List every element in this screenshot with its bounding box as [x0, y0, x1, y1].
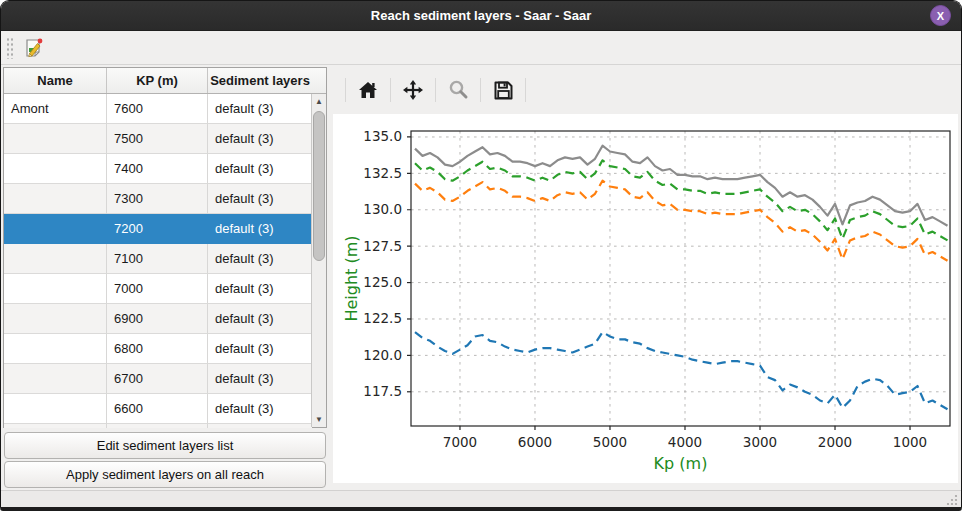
table-row[interactable]: 7000default (3)	[4, 274, 312, 304]
home-icon	[358, 80, 378, 100]
pan-move-icon	[402, 79, 424, 101]
table-body: Amont7600default (3)7500default (3)7400d…	[4, 94, 312, 428]
column-header-sediment-layers[interactable]: Sediment layers	[208, 68, 312, 93]
table-row[interactable]: 6600default (3)	[4, 394, 312, 424]
close-button[interactable]: X	[930, 5, 951, 26]
plot-save-button[interactable]	[491, 78, 515, 102]
cell-name	[4, 214, 107, 244]
plot-pan-button[interactable]	[401, 78, 425, 102]
sediment-layers-table: Name KP (m) Sediment layers Amont7600def…	[3, 67, 327, 428]
cell-name	[4, 424, 107, 428]
table-row[interactable]: 7300default (3)	[4, 184, 312, 214]
cell-name	[4, 394, 107, 424]
y-tick-label: 122.5	[363, 310, 402, 326]
cell-kp: 7500	[107, 124, 208, 154]
table-row[interactable]: 7500default (3)	[4, 124, 312, 154]
plot-home-button[interactable]	[356, 78, 380, 102]
table-row[interactable]: 7400default (3)	[4, 154, 312, 184]
x-axis-label: Kp (m)	[654, 454, 708, 473]
y-tick-label: 132.5	[363, 165, 402, 181]
table-row[interactable]: 7100default (3)	[4, 244, 312, 274]
cell-kp: 7000	[107, 274, 208, 304]
x-tick-label: 4000	[668, 434, 702, 450]
resize-grip-icon[interactable]	[945, 493, 959, 507]
x-tick-label: 1000	[893, 434, 927, 450]
cell-layers: default (3)	[208, 214, 312, 244]
cell-kp: 6500	[107, 424, 208, 428]
x-tick-label: 7000	[443, 434, 477, 450]
statusbar	[1, 490, 961, 509]
y-tick-label: 117.5	[363, 383, 402, 399]
y-tick-label: 125.0	[363, 274, 402, 290]
y-tick-label: 120.0	[363, 347, 402, 363]
window: Reach sediment layers - Saar - Saar X Na…	[0, 0, 962, 511]
cell-kp: 6900	[107, 304, 208, 334]
cell-layers: default (3)	[208, 244, 312, 274]
x-tick-label: 6000	[518, 434, 552, 450]
cell-name	[4, 124, 107, 154]
cell-kp: 6700	[107, 364, 208, 394]
cell-layers: default (3)	[208, 184, 312, 214]
x-tick-label: 2000	[818, 434, 852, 450]
cell-layers: default (3)	[208, 334, 312, 364]
cell-name	[4, 364, 107, 394]
cell-kp: 7600	[107, 94, 208, 124]
x-tick-label: 5000	[593, 434, 627, 450]
table-row[interactable]: 6700default (3)	[4, 364, 312, 394]
column-header-kp[interactable]: KP (m)	[107, 68, 208, 93]
y-tick-label: 130.0	[363, 201, 402, 217]
table-row[interactable]: Amont7600default (3)	[4, 94, 312, 124]
scrollbar-down-arrow-icon[interactable]: ▼	[312, 412, 326, 427]
x-tick-label: 3000	[743, 434, 777, 450]
table-row[interactable]: 6500default (3)	[4, 424, 312, 428]
cell-name	[4, 184, 107, 214]
cell-name: Amont	[4, 94, 107, 124]
cell-layers: default (3)	[208, 364, 312, 394]
table-row[interactable]: 6900default (3)	[4, 304, 312, 334]
cell-name	[4, 244, 107, 274]
plot-zoom-button[interactable]	[446, 78, 470, 102]
cell-kp: 7200	[107, 214, 208, 244]
series-sediment-layer-1	[415, 181, 948, 261]
plot-toolbar	[335, 75, 536, 105]
save-floppy-icon	[493, 80, 514, 101]
titlebar: Reach sediment layers - Saar - Saar X	[1, 1, 961, 31]
plot-canvas[interactable]: 135.0132.5130.0127.5125.0122.5120.0117.5…	[333, 114, 958, 483]
cell-layers: default (3)	[208, 424, 312, 428]
height-profile-chart: 135.0132.5130.0127.5125.0122.5120.0117.5…	[333, 114, 958, 483]
table-header-row: Name KP (m) Sediment layers	[4, 68, 326, 94]
cell-name	[4, 334, 107, 364]
cell-name	[4, 154, 107, 184]
edit-note-icon	[23, 37, 45, 59]
cell-kp: 7400	[107, 154, 208, 184]
cell-kp: 7100	[107, 244, 208, 274]
table-row[interactable]: 7200default (3)	[4, 214, 312, 244]
cell-name	[4, 274, 107, 304]
y-axis-label: Height (m)	[342, 235, 361, 321]
cell-layers: default (3)	[208, 154, 312, 184]
apply-sediment-layers-button[interactable]: Apply sediment layers on all reach	[4, 461, 326, 488]
y-tick-label: 127.5	[363, 238, 402, 254]
scrollbar-thumb[interactable]	[313, 111, 325, 261]
cell-name	[4, 304, 107, 334]
cell-layers: default (3)	[208, 124, 312, 154]
magnifier-zoom-icon	[447, 79, 469, 101]
y-tick-label: 135.0	[363, 128, 402, 144]
cell-layers: default (3)	[208, 274, 312, 304]
cell-kp: 6800	[107, 334, 208, 364]
cell-layers: default (3)	[208, 304, 312, 334]
edit-sediment-note-button[interactable]	[21, 35, 47, 61]
cell-layers: default (3)	[208, 94, 312, 124]
cell-kp: 6600	[107, 394, 208, 424]
cell-layers: default (3)	[208, 394, 312, 424]
cell-kp: 7300	[107, 184, 208, 214]
toolbar-drag-handle[interactable]	[6, 37, 14, 59]
window-title: Reach sediment layers - Saar - Saar	[371, 8, 591, 23]
table-scrollbar[interactable]: ▲ ▼	[311, 94, 326, 427]
column-header-name[interactable]: Name	[4, 68, 107, 93]
edit-sediment-layers-list-button[interactable]: Edit sediment layers list	[4, 432, 326, 459]
scrollbar-up-arrow-icon[interactable]: ▲	[312, 94, 326, 109]
table-row[interactable]: 6800default (3)	[4, 334, 312, 364]
series-reach-bottom	[415, 332, 948, 409]
main-toolbar	[1, 32, 961, 65]
